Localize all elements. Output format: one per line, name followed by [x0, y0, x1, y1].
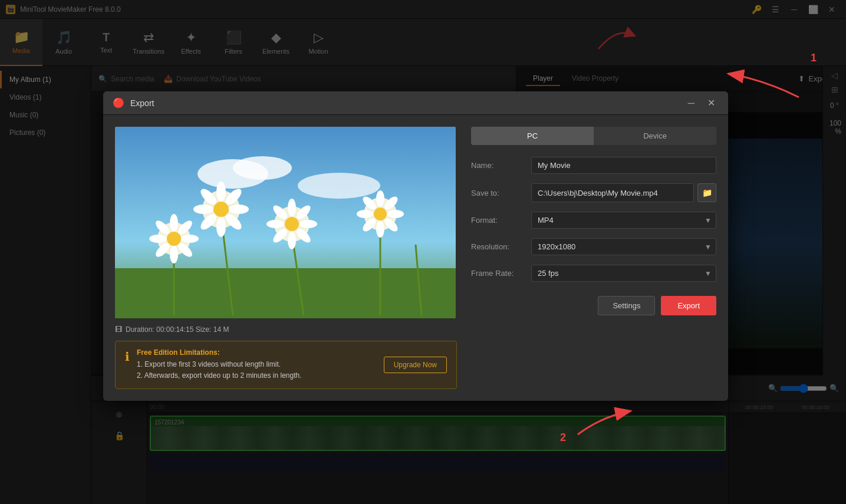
dialog-preview: 🎞 Duration: 00:00:14:15 Size: 14 M ℹ Fre…	[115, 127, 457, 389]
export-tabs: PC Device	[471, 127, 716, 145]
limitations-title: Free Edition Limitations:	[137, 348, 377, 357]
svg-point-12	[170, 214, 178, 232]
svg-point-44	[387, 210, 404, 218]
svg-point-11	[167, 232, 181, 246]
name-label: Name:	[471, 161, 524, 170]
resolution-select[interactable]: 1920x1080 1280x720 3840x2160 854x480	[531, 238, 716, 255]
svg-point-36	[288, 232, 296, 249]
browse-folder-button[interactable]: 📁	[697, 183, 716, 202]
preview-info: 🎞 Duration: 00:00:14:15 Size: 14 M	[115, 325, 457, 334]
limitations-box: ℹ Free Edition Limitations: 1. Export th…	[115, 341, 457, 389]
format-select[interactable]: MP4 MOV AVI MKV WMV	[531, 212, 716, 229]
upgrade-now-button[interactable]: Upgrade Now	[384, 357, 447, 373]
svg-point-32	[288, 199, 296, 216]
dialog-minimize-button[interactable]: ─	[684, 97, 698, 110]
resolution-label: Resolution:	[471, 242, 524, 251]
svg-point-22	[216, 182, 226, 202]
tab-device[interactable]: Device	[594, 127, 716, 145]
svg-point-38	[266, 220, 284, 228]
frame-rate-select[interactable]: 25 fps 30 fps 60 fps 24 fps	[531, 265, 716, 282]
svg-point-48	[357, 210, 373, 218]
svg-rect-4	[115, 268, 456, 318]
name-row: Name:	[471, 157, 716, 174]
svg-point-16	[170, 246, 178, 263]
film-icon: 🎞	[115, 325, 122, 334]
dialog-overlay: 🔴 Export ─ ✕	[0, 0, 846, 504]
info-icon: ℹ	[125, 350, 130, 364]
save-to-field: 📁	[531, 183, 716, 202]
dialog-icon: 🔴	[113, 97, 124, 108]
svg-point-41	[374, 207, 387, 220]
svg-point-46	[376, 221, 384, 238]
svg-point-26	[216, 217, 226, 237]
svg-point-28	[193, 205, 213, 214]
resolution-row: Resolution: 1920x1080 1280x720 3840x2160…	[471, 238, 716, 255]
limitations-item-2: 2. Afterwards, export video up to 2 minu…	[137, 370, 377, 381]
svg-point-18	[149, 235, 167, 243]
svg-point-2	[233, 156, 292, 180]
export-action-button[interactable]: Export	[661, 296, 716, 315]
svg-point-24	[229, 205, 249, 214]
export-dialog: 🔴 Export ─ ✕	[103, 91, 728, 401]
tab-pc[interactable]: PC	[471, 127, 594, 145]
name-input[interactable]	[531, 157, 716, 174]
preview-svg	[115, 127, 456, 318]
format-row: Format: MP4 MOV AVI MKV WMV ▼	[471, 212, 716, 229]
dialog-title: Export	[130, 98, 154, 108]
limitations-item-1: 1. Export the first 3 videos without len…	[137, 359, 377, 370]
preview-info-text: Duration: 00:00:14:15 Size: 14 M	[126, 325, 229, 334]
dialog-body: 🎞 Duration: 00:00:14:15 Size: 14 M ℹ Fre…	[103, 115, 728, 401]
save-to-row: Save to: 📁	[471, 183, 716, 202]
svg-point-42	[376, 190, 384, 207]
save-to-input[interactable]	[531, 183, 694, 202]
dialog-right-panel: PC Device Name: Save to: 📁	[471, 127, 716, 389]
dialog-actions: Settings Export	[471, 296, 716, 315]
svg-point-3	[298, 173, 380, 199]
svg-point-14	[181, 235, 199, 243]
svg-point-34	[299, 220, 317, 228]
dialog-title-bar: 🔴 Export ─ ✕	[103, 91, 728, 115]
resolution-select-wrapper: 1920x1080 1280x720 3840x2160 854x480 ▼	[531, 238, 716, 255]
svg-point-31	[285, 217, 299, 231]
preview-image	[115, 127, 456, 318]
frame-rate-row: Frame Rate: 25 fps 30 fps 60 fps 24 fps …	[471, 265, 716, 282]
limitations-text: Free Edition Limitations: 1. Export the …	[137, 348, 377, 381]
dialog-close-button[interactable]: ✕	[704, 96, 719, 110]
settings-button[interactable]: Settings	[598, 296, 655, 315]
frame-rate-select-wrapper: 25 fps 30 fps 60 fps 24 fps ▼	[531, 265, 716, 282]
format-select-wrapper: MP4 MOV AVI MKV WMV ▼	[531, 212, 716, 229]
svg-point-21	[213, 202, 229, 217]
format-label: Format:	[471, 216, 524, 225]
save-to-label: Save to:	[471, 189, 524, 197]
frame-rate-label: Frame Rate:	[471, 269, 524, 278]
